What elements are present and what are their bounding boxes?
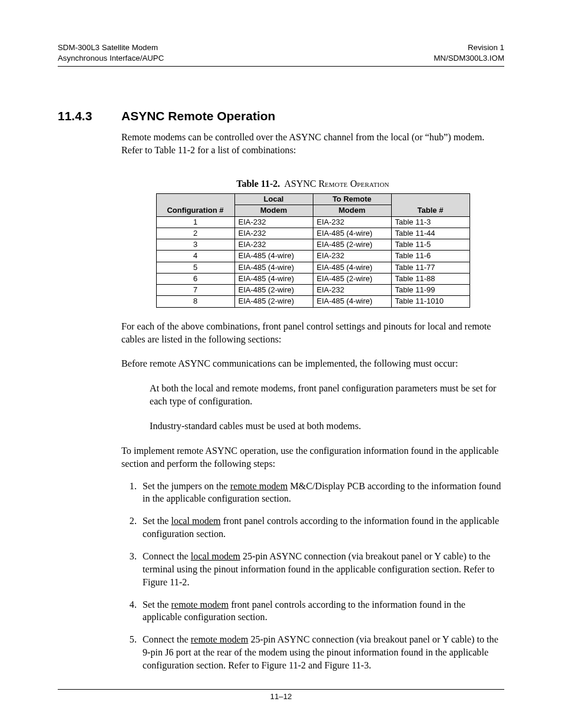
- th-remote-a: To Remote: [313, 194, 391, 205]
- step-1: Set the jumpers on the remote modem M&C/…: [139, 480, 504, 506]
- body-block: Remote modems can be controlled over the…: [121, 131, 504, 673]
- section-title: ASYNC Remote Operation: [121, 109, 275, 123]
- config-table: Configuration # Local To Remote Table # …: [156, 193, 470, 308]
- table-row: 5 EIA-485 (4-wire) EIA-485 (4-wire) Tabl…: [156, 262, 470, 273]
- table-caption: Table 11-2. ASYNC Remote Operation: [121, 177, 504, 190]
- intro-paragraph: Remote modems can be controlled over the…: [121, 131, 504, 157]
- bullet-2: Industry-standard cables must be used at…: [150, 420, 504, 433]
- section-heading: 11.4.3ASYNC Remote Operation: [58, 109, 504, 123]
- header-right-1: Revision 1: [468, 42, 504, 53]
- footer-rule: [58, 689, 504, 690]
- after-table-paragraph: For each of the above combinations, fron…: [121, 321, 504, 347]
- header-rule: [58, 66, 504, 67]
- before-paragraph: Before remote ASYNC communications can b…: [121, 358, 504, 371]
- table-row: 1 EIA-232 EIA-232 Table 11-3: [156, 216, 470, 228]
- section-number: 11.4.3: [58, 109, 121, 123]
- step-5: Connect the remote modem 25-pin ASYNC co…: [139, 634, 504, 673]
- th-remote-b: Modem: [313, 205, 391, 216]
- table-caption-bold: Table 11-2.: [236, 179, 280, 189]
- header-line-2: Asynchronous Interface/AUPC MN/SDM300L3.…: [58, 53, 504, 64]
- table-row: 2 EIA-232 EIA-485 (4-wire) Table 11-44: [156, 228, 470, 239]
- implement-paragraph: To implement remote ASYNC operation, use…: [121, 445, 504, 471]
- table-row: 6 EIA-485 (4-wire) EIA-485 (2-wire) Tabl…: [156, 273, 470, 284]
- bullet-1: At both the local and remote modems, fro…: [150, 383, 504, 409]
- table-row: 7 EIA-485 (2-wire) EIA-232 Table 11-99: [156, 285, 470, 296]
- header-line-1: SDM-300L3 Satellite Modem Revision 1: [58, 42, 504, 53]
- th-local-b: Modem: [234, 205, 313, 216]
- step-2: Set the local modem front panel controls…: [139, 515, 504, 541]
- th-config: Configuration #: [156, 194, 234, 217]
- table-row: 8 EIA-485 (2-wire) EIA-485 (4-wire) Tabl…: [156, 296, 470, 307]
- header-left-1: SDM-300L3 Satellite Modem: [58, 42, 158, 53]
- step-4: Set the remote modem front panel control…: [139, 599, 504, 625]
- th-table: Table #: [391, 194, 470, 217]
- table-row: 3 EIA-232 EIA-485 (2-wire) Table 11-5: [156, 239, 470, 251]
- step-3: Connect the local modem 25-pin ASYNC con…: [139, 551, 504, 589]
- header-left-2: Asynchronous Interface/AUPC: [58, 53, 164, 64]
- header-right-2: MN/SDM300L3.IOM: [434, 53, 504, 64]
- steps-list: Set the jumpers on the remote modem M&C/…: [139, 480, 504, 673]
- table-caption-rest: ASYNC Remote Operation: [284, 179, 389, 189]
- page-number: 11–12: [58, 692, 504, 701]
- footer: 11–12: [58, 689, 504, 701]
- page: SDM-300L3 Satellite Modem Revision 1 Asy…: [0, 0, 562, 728]
- th-local-a: Local: [234, 194, 313, 205]
- table-row: 4 EIA-485 (4-wire) EIA-232 Table 11-6: [156, 251, 470, 262]
